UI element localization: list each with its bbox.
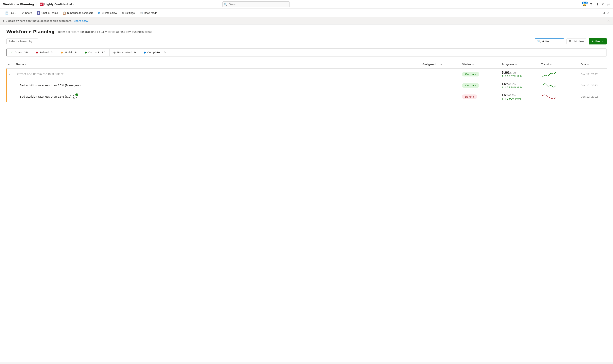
new-button[interactable]: + New ⌄ <box>589 38 607 44</box>
info-icon: ℹ <box>3 19 4 22</box>
progress-change-row2: ↑ 9.99% MoM <box>502 97 521 100</box>
title-bar-actions: 🔔 119 ⚙ ⬇ ? ⇌ <box>583 2 610 6</box>
subscribe-icon: 📋 <box>63 12 66 15</box>
not-started-label: Not started <box>117 51 132 54</box>
status-behind[interactable]: Behind 2 <box>32 49 57 56</box>
collapse-icon[interactable]: ⌄ <box>9 73 11 76</box>
check-icon: ✓ <box>11 51 13 54</box>
settings-icon[interactable]: ⚙ <box>589 2 592 6</box>
td-trend-parent <box>539 69 579 80</box>
status-on-track[interactable]: On track 10 <box>81 49 109 56</box>
refresh-icon[interactable]: ↺ <box>602 11 605 15</box>
assigned-sort-icon: ⌄ <box>440 63 442 65</box>
trend-col-label: Trend <box>541 63 549 66</box>
th-trend[interactable]: Trend ⌄ <box>539 62 579 67</box>
on-track-dot <box>85 52 87 53</box>
td-expand-parent[interactable]: ⌄ <box>7 71 15 77</box>
status-goals[interactable]: ✓ Goals 15 <box>7 49 32 56</box>
status-sort-icon: ⌄ <box>472 63 474 65</box>
flow-icon: ⟳ <box>98 12 100 15</box>
list-view-button[interactable]: ☰ List view <box>567 39 586 44</box>
not-started-count: 0 <box>134 51 136 54</box>
create-flow-button[interactable]: ⟳ Create a flow <box>96 10 119 16</box>
favorite-icon[interactable]: ☆ <box>607 11 610 15</box>
status-not-started[interactable]: Not started 0 <box>109 49 140 56</box>
settings-cmd-icon: ⚙ <box>122 12 124 15</box>
share-network-icon[interactable]: ⇌ <box>607 2 610 6</box>
share-label: Share <box>25 12 32 14</box>
th-name[interactable]: Name ⌄ <box>14 62 421 67</box>
th-status[interactable]: Status ⌄ <box>460 62 500 67</box>
confidential-label: Highly Confidential <box>44 3 72 6</box>
goal-name-parent[interactable]: Attract and Retain the Best Talent <box>17 73 64 76</box>
cmd-bar-right: ↺ ☆ <box>602 11 610 15</box>
table-header: » Name ⌄ Assigned to ⌄ Status ⌄ Progress… <box>6 61 607 69</box>
th-progress[interactable]: Progress ⌄ <box>500 62 539 67</box>
expand-all-icon[interactable]: » <box>8 63 10 66</box>
comment-badge-row2[interactable]: 💬 2 <box>73 95 77 99</box>
confidential-chevron[interactable]: ⌄ <box>73 3 75 6</box>
progress-value-parent: 5.00 <box>502 71 509 75</box>
notification-count: 119 <box>582 1 588 4</box>
banner-message: 2 goals owners don't have access to this… <box>6 19 72 22</box>
at-risk-dot <box>61 52 63 53</box>
td-name-row2: Bad attrition rate less than 15% (ICs) 💬… <box>15 93 421 100</box>
hierarchy-select[interactable]: Select a hierarchy ⌄ <box>6 39 38 44</box>
notification-button[interactable]: 🔔 119 <box>583 3 586 6</box>
progress-target-row1: /15% <box>509 83 516 86</box>
behind-label: Behind <box>40 51 48 54</box>
search-input[interactable] <box>223 1 290 7</box>
file-button[interactable]: 📄 File ⌄ <box>3 10 19 16</box>
th-due[interactable]: Due ⌄ <box>579 62 607 67</box>
completed-count: 0 <box>164 51 165 54</box>
status-col-label: Status <box>462 63 471 66</box>
read-mode-button[interactable]: 📖 Read mode <box>137 10 159 16</box>
settings-cmd-button[interactable]: ⚙ Settings <box>120 10 137 16</box>
status-at-risk[interactable]: At risk 3 <box>57 49 81 56</box>
toolbar-row: Select a hierarchy ⌄ 🔍 ☰ List view + New… <box>6 38 607 44</box>
file-icon: 📄 <box>5 12 9 15</box>
td-trend-row2 <box>539 91 579 102</box>
td-assigned-parent <box>421 73 460 76</box>
search-box-input[interactable] <box>542 40 561 43</box>
share-button[interactable]: ↗ Share <box>20 10 34 16</box>
subscribe-button[interactable]: 📋 Subscribe to scorecard <box>61 10 95 16</box>
completed-dot <box>144 52 146 53</box>
title-divider: | <box>36 2 38 6</box>
goal-name-row2[interactable]: Bad attrition rate less than 15% (ICs) <box>20 95 71 98</box>
completed-label: Completed <box>147 51 161 54</box>
progress-target-parent: /5.00 <box>509 71 516 74</box>
new-label: New <box>595 40 600 43</box>
status-pill-parent: On track <box>462 72 479 77</box>
td-due-row1: Dec 12, 2022 <box>579 82 607 89</box>
td-expand-row2 <box>7 95 15 98</box>
due-date-parent: Dec 12, 2022 <box>581 73 598 76</box>
chat-in-teams-button[interactable]: T Chat in Teams <box>35 10 60 16</box>
name-sort-icon: ⌄ <box>25 63 27 65</box>
main-content: Workforce Planning Team scorecard for tr… <box>0 25 613 363</box>
th-expand[interactable]: » <box>6 62 14 67</box>
banner-close-button[interactable]: × <box>607 19 610 23</box>
list-view-label: List view <box>573 40 584 43</box>
due-sort-icon: ⌄ <box>587 63 589 65</box>
goals-label: Goals <box>15 51 22 54</box>
status-completed[interactable]: Completed 0 <box>140 49 170 56</box>
share-now-link[interactable]: Share now. <box>74 19 88 22</box>
scorecard-header: Workforce Planning Team scorecard for tr… <box>6 29 607 34</box>
td-name-parent: Attract and Retain the Best Talent <box>15 71 421 77</box>
download-icon[interactable]: ⬇ <box>596 2 599 6</box>
read-mode-icon: 📖 <box>139 12 143 15</box>
new-plus-icon: + <box>592 40 593 43</box>
td-due-row2: Dec 12, 2022 <box>579 94 607 100</box>
command-bar: 📄 File ⌄ ↗ Share T Chat in Teams 📋 Subsc… <box>0 9 613 17</box>
help-icon[interactable]: ? <box>602 2 604 6</box>
new-caret-icon: ⌄ <box>601 40 603 43</box>
app-title: Workforce Planning <box>3 3 34 6</box>
subscribe-label: Subscribe to scorecard <box>67 12 93 14</box>
progress-col-label: Progress <box>502 63 514 66</box>
th-assigned-to[interactable]: Assigned to ⌄ <box>421 62 460 67</box>
td-name-row1: Bad attrition rate less than 15% (Manage… <box>15 82 421 89</box>
progress-target-row2: /15% <box>509 94 516 97</box>
goal-name-row1[interactable]: Bad attrition rate less than 15% (Manage… <box>20 84 81 87</box>
progress-value-row1: 14% <box>502 82 509 86</box>
